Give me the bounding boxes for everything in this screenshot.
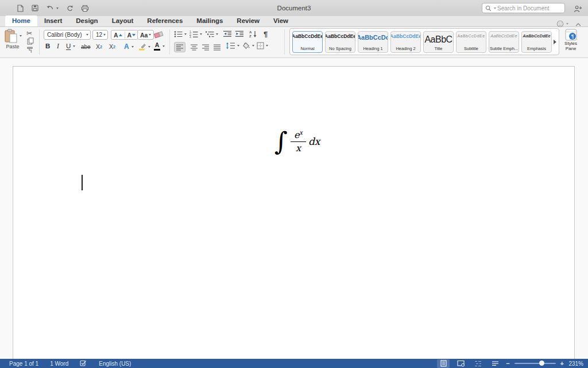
style-chip-emphasis[interactable]: AaBbCcDdEe Emphasis bbox=[521, 31, 552, 53]
style-sample: AaBbCcDdEe bbox=[523, 33, 550, 40]
share-person-icon bbox=[574, 5, 582, 13]
style-chip-title[interactable]: AaBbC Title bbox=[423, 31, 454, 53]
tab-layout[interactable]: Layout bbox=[105, 16, 141, 26]
align-left-button[interactable] bbox=[174, 42, 185, 52]
subscript-button[interactable]: X2 bbox=[96, 43, 102, 50]
eraser-icon bbox=[153, 30, 164, 39]
tab-design[interactable]: Design bbox=[69, 16, 105, 26]
increase-indent-button[interactable] bbox=[235, 30, 244, 37]
style-sample: AaBbCcDdEe bbox=[490, 33, 517, 40]
feedback-smiley-button[interactable] bbox=[556, 20, 568, 28]
text-effects-caret[interactable] bbox=[131, 46, 134, 48]
font-name-select[interactable]: Calibri (Body) bbox=[44, 30, 91, 40]
borders-button[interactable] bbox=[257, 42, 268, 49]
sort-button[interactable]: AZ bbox=[249, 30, 257, 38]
web-layout-view-button[interactable] bbox=[454, 359, 467, 368]
fraction-numerator: ex bbox=[294, 129, 303, 140]
highlight-caret[interactable] bbox=[148, 46, 150, 48]
highlight-button[interactable] bbox=[138, 43, 150, 51]
cut-button[interactable]: ✂ bbox=[26, 29, 32, 37]
bold-button[interactable]: B bbox=[45, 43, 50, 49]
style-chip-subtitle[interactable]: AaBbCcDdEe Subtitle bbox=[456, 31, 486, 53]
page-status[interactable]: Page 1 of 1 bbox=[9, 361, 38, 367]
paste-dropdown-caret[interactable] bbox=[20, 35, 22, 37]
search-scope-caret[interactable] bbox=[494, 7, 496, 9]
tab-insert[interactable]: Insert bbox=[37, 16, 69, 26]
style-chip-normal[interactable]: AaBbCcDdEe Normal bbox=[292, 31, 323, 53]
grow-font-button[interactable]: A bbox=[111, 32, 125, 39]
search-input[interactable] bbox=[497, 5, 562, 12]
line-spacing-caret[interactable] bbox=[237, 45, 239, 47]
tab-review[interactable]: Review bbox=[230, 16, 266, 26]
tab-references[interactable]: References bbox=[140, 16, 189, 26]
outline-view-button[interactable] bbox=[471, 359, 484, 368]
style-chip-heading-2[interactable]: AaBbCcDdEe Heading 2 bbox=[390, 31, 421, 53]
style-chip-no-spacing[interactable]: AaBbCcDdEe No Spacing bbox=[325, 31, 355, 53]
zoom-slider[interactable] bbox=[514, 363, 556, 364]
superscript-button[interactable]: X2 bbox=[109, 43, 115, 50]
style-label: Subtle Emph... bbox=[490, 46, 518, 51]
align-right-icon bbox=[202, 44, 210, 51]
show-paragraph-marks-button[interactable]: ¶ bbox=[264, 30, 268, 39]
zoom-out-button[interactable]: − bbox=[506, 360, 509, 367]
share-button[interactable] bbox=[574, 5, 582, 15]
document-page[interactable]: ∫ ex x dx bbox=[13, 66, 575, 359]
web-layout-icon bbox=[457, 360, 465, 367]
underline-button[interactable]: U bbox=[66, 43, 75, 50]
style-label: Heading 1 bbox=[363, 46, 382, 51]
equation[interactable]: ∫ ex x dx bbox=[274, 129, 320, 154]
shrink-font-button[interactable]: A bbox=[125, 32, 138, 39]
print-layout-view-button[interactable] bbox=[437, 359, 450, 368]
document-area[interactable]: ∫ ex x dx bbox=[0, 58, 588, 359]
copy-button[interactable] bbox=[27, 37, 34, 45]
style-chip-heading-1[interactable]: AaBbCcDc Heading 1 bbox=[358, 31, 388, 53]
italic-button[interactable]: I bbox=[57, 43, 59, 49]
style-label: Emphasis bbox=[527, 46, 546, 51]
tab-view[interactable]: View bbox=[266, 16, 295, 26]
line-spacing-button[interactable] bbox=[226, 42, 239, 49]
justify-button[interactable] bbox=[211, 42, 223, 52]
more-styles-arrow[interactable] bbox=[554, 40, 556, 44]
multilevel-list-icon bbox=[206, 30, 214, 38]
statusbar: Page 1 of 1 1 Word English (US) − bbox=[0, 359, 588, 368]
style-chip-subtle-emphasis[interactable]: AaBbCcDdEe Subtle Emph... bbox=[489, 31, 519, 53]
format-painter-button[interactable] bbox=[26, 46, 34, 53]
numbering-caret[interactable] bbox=[200, 33, 202, 35]
styles-pane-button[interactable]: ¶ Styles Pane bbox=[560, 29, 581, 55]
underline-letter: U bbox=[66, 43, 71, 50]
shading-button[interactable] bbox=[242, 42, 254, 49]
decrease-indent-button[interactable] bbox=[223, 30, 232, 37]
multilevel-caret[interactable] bbox=[216, 33, 218, 35]
svg-text:3.: 3. bbox=[189, 36, 192, 38]
numbering-button[interactable]: 1.2.3. bbox=[189, 30, 202, 38]
tab-home[interactable]: Home bbox=[5, 16, 37, 26]
draft-view-button[interactable] bbox=[489, 359, 501, 368]
search-box[interactable] bbox=[482, 3, 565, 13]
text-effects-icon: A bbox=[124, 43, 129, 51]
text-effects-button[interactable]: A bbox=[124, 43, 134, 51]
align-right-button[interactable] bbox=[200, 42, 211, 52]
align-center-button[interactable] bbox=[188, 42, 200, 52]
copy-icon bbox=[27, 37, 34, 45]
underline-caret[interactable] bbox=[73, 45, 75, 47]
word-count[interactable]: 1 Word bbox=[50, 361, 68, 367]
font-color-button[interactable]: A bbox=[154, 42, 165, 51]
proofing-status-button[interactable] bbox=[80, 360, 87, 367]
paste-button[interactable] bbox=[5, 29, 22, 43]
language-status[interactable]: English (US) bbox=[99, 361, 131, 367]
shading-caret[interactable] bbox=[252, 45, 254, 47]
strikethrough-button[interactable]: abe bbox=[81, 44, 91, 50]
clear-formatting-button[interactable] bbox=[153, 30, 164, 39]
text-cursor bbox=[82, 175, 83, 190]
zoom-slider-thumb[interactable] bbox=[539, 361, 544, 366]
zoom-in-button[interactable]: + bbox=[560, 360, 564, 367]
borders-caret[interactable] bbox=[266, 45, 268, 47]
zoom-level[interactable]: 231% bbox=[568, 361, 583, 367]
tab-mailings[interactable]: Mailings bbox=[189, 16, 230, 26]
bullets-caret[interactable] bbox=[184, 33, 187, 35]
font-color-caret[interactable] bbox=[163, 45, 165, 47]
multilevel-list-button[interactable] bbox=[206, 30, 218, 38]
change-case-button[interactable]: Aa bbox=[137, 30, 154, 40]
bullets-button[interactable] bbox=[174, 30, 187, 38]
font-size-select[interactable]: 12 bbox=[92, 30, 108, 40]
